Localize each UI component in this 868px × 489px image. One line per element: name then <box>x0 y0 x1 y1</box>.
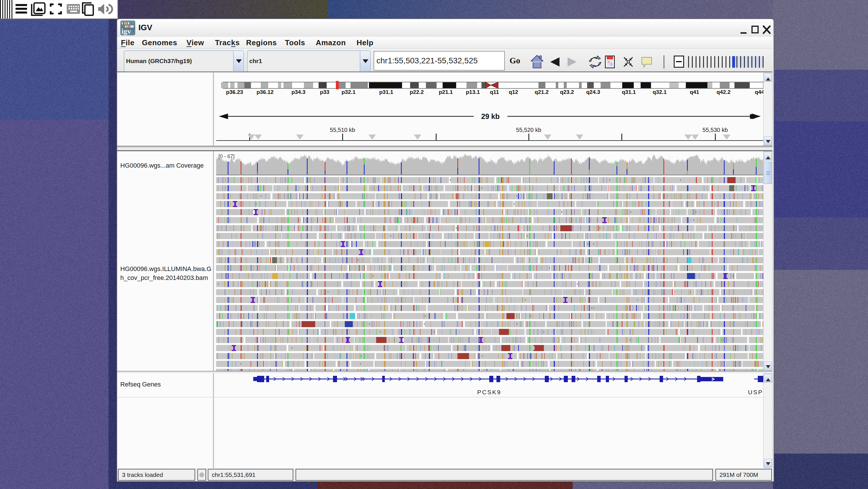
svg-text:q12: q12 <box>509 89 518 95</box>
svg-text:55,530 kb: 55,530 kb <box>703 127 728 133</box>
svg-text:q24.3: q24.3 <box>586 89 600 95</box>
svg-text:q21.2: q21.2 <box>535 89 549 95</box>
svg-text:p32.1: p32.1 <box>342 89 356 95</box>
svg-text:29 kb: 29 kb <box>481 112 500 120</box>
svg-text:p36.23: p36.23 <box>226 89 243 95</box>
svg-text:q11: q11 <box>490 89 499 95</box>
svg-text:p34.3: p34.3 <box>291 89 306 95</box>
svg-text:q42.2: q42.2 <box>717 89 731 95</box>
svg-text:q31.1: q31.1 <box>622 89 636 95</box>
svg-text:55,510 kb: 55,510 kb <box>330 127 355 133</box>
svg-text:p21.1: p21.1 <box>439 89 453 95</box>
svg-text:p22.2: p22.2 <box>410 89 424 95</box>
svg-text:USP24: USP24 <box>748 389 763 395</box>
svg-text:55,520 kb: 55,520 kb <box>516 127 541 133</box>
svg-text:igv: igv <box>121 27 131 35</box>
svg-text:p13.1: p13.1 <box>466 89 480 95</box>
svg-text:q41: q41 <box>690 89 699 95</box>
svg-text:q23.2: q23.2 <box>560 89 574 95</box>
svg-text:p33: p33 <box>320 89 330 95</box>
svg-text:q32.1: q32.1 <box>653 89 667 95</box>
svg-text:p36.12: p36.12 <box>256 89 273 95</box>
svg-text:PCSK9: PCSK9 <box>477 389 501 395</box>
svg-text:p31.1: p31.1 <box>379 89 394 95</box>
svg-text:q44: q44 <box>755 89 763 95</box>
